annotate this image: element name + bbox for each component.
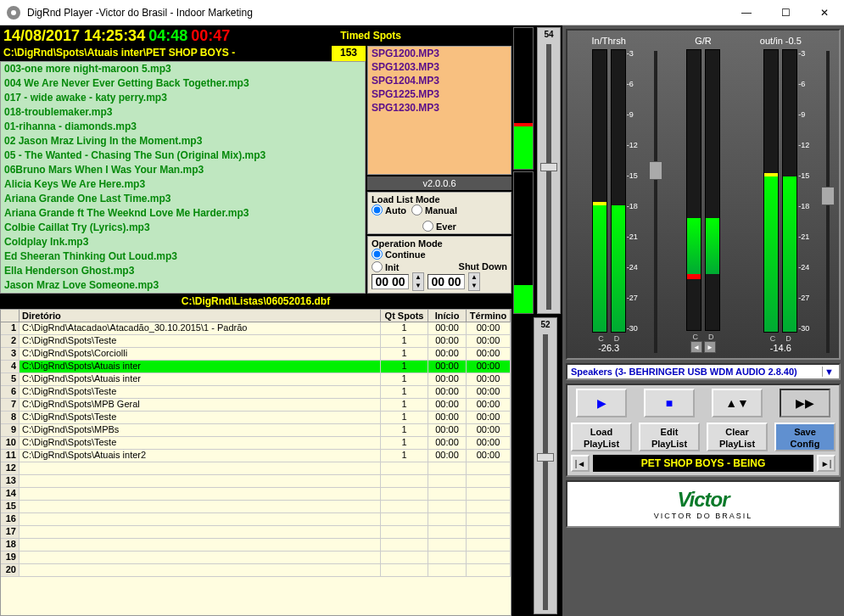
- prev-track-button[interactable]: |◄: [571, 455, 590, 472]
- meter-out-c: [763, 49, 779, 333]
- audio-device-select[interactable]: Speakers (3- BEHRINGER USB WDM AUDIO 2.8…: [566, 363, 841, 380]
- mini-meter-2: [513, 171, 534, 314]
- song-item[interactable]: Ed Sheeran Thinking Out Loud.mp3: [1, 249, 365, 264]
- table-row[interactable]: 7C:\DigRnd\Spots\MPB Geral100:0000:00: [1, 399, 511, 412]
- timed-spots-header: Timed Spots: [233, 30, 508, 42]
- table-row[interactable]: 20: [1, 564, 511, 577]
- shut-time[interactable]: [428, 274, 465, 289]
- minimize-button[interactable]: —: [727, 0, 766, 25]
- volume-slider-2[interactable]: 52: [534, 317, 557, 614]
- volume-slider-1[interactable]: 54: [537, 27, 561, 314]
- song-item[interactable]: Jason Mraz Love Someone.mp3: [1, 278, 365, 293]
- window-title: DigRnd Player -Victor do Brasil - Indoor…: [27, 7, 727, 19]
- logo: Victor VICTOR DO BRASIL: [566, 480, 841, 528]
- song-item[interactable]: 018-troublemaker.mp3: [1, 105, 365, 120]
- song-item[interactable]: 01-rihanna - diamonds.mp3: [1, 120, 365, 134]
- radio-init[interactable]: Init: [372, 261, 400, 272]
- maximize-button[interactable]: ☐: [766, 0, 805, 25]
- close-button[interactable]: ✕: [805, 0, 844, 25]
- spots-list[interactable]: SPG1200.MP3SPG1203.MP3SPG1204.MP3SPG1225…: [367, 46, 511, 175]
- clock-elapsed: 00:47: [191, 27, 230, 45]
- table-row[interactable]: 3C:\DigRnd\Spots\Corciolli100:0000:00: [1, 348, 511, 361]
- table-row[interactable]: 11C:\DigRnd\Spots\Atuais inter2100:0000:…: [1, 450, 511, 462]
- song-item[interactable]: Ella Henderson Ghost.mp3: [1, 264, 365, 278]
- song-item[interactable]: Coldplay Ink.mp3: [1, 235, 365, 249]
- song-item[interactable]: Colbie Caillat Try (Lyrics).mp3: [1, 221, 365, 235]
- spot-item[interactable]: SPG1204.MP3: [368, 74, 511, 87]
- shut-spinner[interactable]: ▲▼: [468, 272, 480, 291]
- table-row[interactable]: 17: [1, 526, 511, 539]
- song-item[interactable]: Ariana Grande ft The Weeknd Love Me Hard…: [1, 206, 365, 221]
- radio-continue[interactable]: Continue: [372, 249, 426, 260]
- mini-meter-1: [513, 27, 534, 170]
- clock-datetime: 14/08/2017 14:25:34: [3, 27, 145, 45]
- song-list[interactable]: 003-one more night-maroon 5.mp3004 We Ar…: [0, 61, 366, 294]
- init-time[interactable]: [372, 274, 409, 289]
- table-row[interactable]: 9C:\DigRnd\Spots\MPBs100:0000:00: [1, 424, 511, 437]
- table-row[interactable]: 10C:\DigRnd\Spots\Teste100:0000:00: [1, 437, 511, 450]
- load-playlist-button[interactable]: LoadPlayList: [571, 423, 632, 451]
- song-item[interactable]: 02 Jason Mraz Living In the Moment.mp3: [1, 134, 365, 148]
- stop-button[interactable]: ■: [644, 389, 695, 417]
- spot-item[interactable]: SPG1200.MP3: [368, 47, 511, 60]
- play-button[interactable]: ▶: [576, 389, 627, 417]
- song-item[interactable]: Alicia Keys We Are Here.mp3: [1, 177, 365, 192]
- song-item[interactable]: 06Bruno Mars When I Was Your Man.mp3: [1, 163, 365, 177]
- table-row[interactable]: 18: [1, 539, 511, 552]
- meter-out-d: [782, 49, 797, 333]
- song-item[interactable]: 017 - wide awake - katy perry.mp3: [1, 91, 365, 105]
- table-row[interactable]: 4C:\DigRnd\Spots\Atuais inter100:0000:00: [1, 361, 511, 373]
- clock-total: 04:48: [148, 27, 187, 45]
- meter-in-d: [611, 49, 626, 333]
- meter-gr-c: [686, 49, 701, 331]
- table-row[interactable]: 8C:\DigRnd\Spots\Teste100:0000:00: [1, 412, 511, 424]
- table-row[interactable]: 15: [1, 501, 511, 513]
- ff-button[interactable]: ▶▶: [780, 389, 830, 417]
- radio-auto[interactable]: Auto: [372, 204, 406, 216]
- spot-item[interactable]: SPG1230.MP3: [368, 101, 511, 115]
- init-spinner[interactable]: ▲▼: [412, 272, 424, 291]
- clear-playlist-button[interactable]: ClearPlayList: [707, 423, 768, 451]
- playlist-table[interactable]: Diretório Qt Spots Início Término 1C:\Di…: [0, 309, 511, 616]
- current-path: C:\DigRnd\Spots\Atuais inter\PET SHOP BO…: [0, 46, 332, 61]
- table-row[interactable]: 12: [1, 462, 511, 475]
- svg-point-1: [11, 10, 16, 15]
- next-track-button[interactable]: ►|: [817, 455, 836, 472]
- song-item[interactable]: 004 We Are Never Ever Getting Back Toget…: [1, 76, 365, 91]
- song-item[interactable]: 05 - The Wanted - Chasing The Sun (Origi…: [1, 148, 365, 163]
- list-path: C:\DigRnd\Listas\06052016.dbf: [0, 294, 511, 309]
- table-row[interactable]: 19: [1, 552, 511, 564]
- table-row[interactable]: 5C:\DigRnd\Spots\Atuais inter100:0000:00: [1, 373, 511, 386]
- op-mode-group: Operation Mode Continue Init Shut Down ▲…: [367, 236, 511, 294]
- titlebar: DigRnd Player -Victor do Brasil - Indoor…: [0, 0, 844, 25]
- table-row[interactable]: 6C:\DigRnd\Spots\Teste100:0000:00: [1, 386, 511, 399]
- radio-ever[interactable]: Ever: [422, 221, 456, 232]
- meter-right-btn[interactable]: ►: [704, 341, 716, 353]
- meters-panel: In/Thrsh -3-6-9-12-15-18-21-24-27-30 CD …: [566, 29, 841, 360]
- output-slider[interactable]: [820, 36, 836, 353]
- spot-item[interactable]: SPG1203.MP3: [368, 60, 511, 74]
- app-icon: [5, 4, 22, 21]
- now-playing: PET SHOP BOYS - BEING: [593, 455, 813, 472]
- song-item[interactable]: Ariana Grande One Last Time.mp3: [1, 192, 365, 206]
- radio-manual[interactable]: Manual: [411, 204, 457, 216]
- updown-button[interactable]: ▲▼: [712, 389, 763, 417]
- meter-left-btn[interactable]: ◄: [690, 341, 702, 353]
- table-row[interactable]: 13: [1, 475, 511, 488]
- table-row[interactable]: 2C:\DigRnd\Spots\Teste100:0000:00: [1, 335, 511, 348]
- threshold-slider[interactable]: [648, 36, 663, 353]
- save-config-button[interactable]: SaveConfig: [774, 423, 836, 451]
- meter-in-c: [592, 49, 607, 333]
- table-row[interactable]: 1C:\DigRnd\Atacadao\Atacadão_30.10.2015\…: [1, 322, 511, 335]
- load-mode-group: Load List Mode Auto Manual Ever: [367, 192, 511, 234]
- edit-playlist-button[interactable]: EditPlayList: [639, 423, 700, 451]
- meter-gr-d: [705, 49, 720, 331]
- table-row[interactable]: 14: [1, 488, 511, 501]
- spot-item[interactable]: SPG1225.MP3: [368, 87, 511, 101]
- song-item[interactable]: 003-one more night-maroon 5.mp3: [1, 62, 365, 76]
- version-label: v2.0.0.6: [367, 176, 511, 190]
- song-count: 153: [332, 46, 366, 61]
- table-row[interactable]: 16: [1, 513, 511, 526]
